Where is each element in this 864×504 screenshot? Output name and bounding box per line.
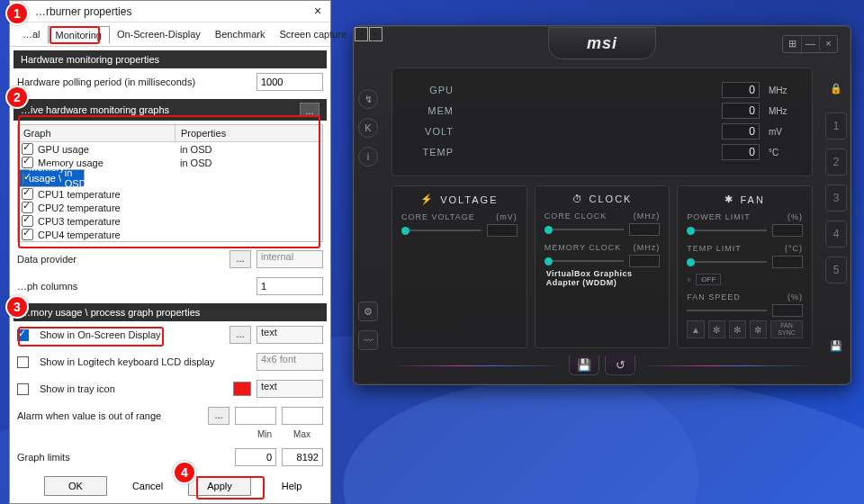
mem-clock-readout: 0 [722, 103, 760, 119]
core-voltage-value[interactable] [487, 224, 518, 237]
memory-clock-value[interactable] [629, 255, 660, 267]
profile-slot-5[interactable]: 5 [825, 256, 847, 284]
msi-afterburner-window[interactable]: msi ⊞ — × ↯ K i ⚙ 〰 GPU0MHz MEM0MHz VOLT… [353, 25, 851, 385]
show-in-tray-checkbox[interactable] [17, 383, 29, 395]
ok-button[interactable]: OK [44, 476, 107, 496]
core-voltage-slider[interactable] [401, 230, 482, 231]
graph-row[interactable]: CPU4 temperature [18, 228, 322, 241]
link-icon[interactable]: ⟐ [687, 275, 691, 284]
show-in-lcd-mode[interactable]: 4x6 font [256, 353, 323, 371]
active-graphs-more-button[interactable]: ... [300, 103, 320, 117]
profile-slot-2[interactable]: 2 [825, 148, 847, 176]
profile-slot-3[interactable]: 3 [825, 184, 847, 212]
settings-icon[interactable]: ⚙ [358, 302, 378, 321]
alarm-max-input[interactable] [282, 407, 323, 425]
memory-clock-slider[interactable] [544, 260, 625, 262]
graph-checkbox[interactable] [22, 173, 24, 184]
apply-button[interactable]: Apply [188, 476, 251, 496]
graph-columns-label: …ph columns [17, 281, 251, 292]
show-in-osd-label: Show in On-Screen Display [40, 329, 224, 340]
graphs-header: Graph Properties [18, 125, 322, 142]
show-in-tray-mode[interactable]: text [256, 380, 323, 398]
graph-checkbox[interactable] [22, 215, 33, 227]
graphs-list[interactable]: Graph Properties GPU usagein OSDMemory u… [17, 124, 323, 242]
tab-benchmark[interactable]: Benchmark [208, 26, 273, 42]
show-in-osd-checkbox[interactable] [17, 329, 29, 341]
tray-color-swatch[interactable] [233, 382, 251, 396]
reset-icon[interactable]: ↺ [605, 356, 635, 375]
msi-titlebar[interactable]: msi ⊞ — × [354, 26, 850, 62]
tab-general[interactable]: …al [15, 26, 48, 42]
info-icon[interactable]: i [358, 147, 378, 166]
show-in-osd-more-button[interactable]: ... [230, 326, 251, 344]
core-clock-slider[interactable] [544, 229, 625, 230]
tab-scroll-right-icon[interactable]: ▸ [369, 27, 382, 41]
graph-row[interactable]: Memory usage \ processin OSD [18, 169, 85, 187]
data-provider-more-button[interactable]: ... [230, 250, 251, 268]
lock-icon[interactable]: 🔒 [826, 78, 846, 98]
graph-checkbox[interactable] [22, 202, 33, 213]
tab-osd[interactable]: On-Screen-Display [110, 26, 208, 42]
gpu-name-label: VirtualBox Graphics Adapter (WDDM) [544, 269, 661, 287]
help-button[interactable]: Help [260, 476, 323, 496]
tab-screen-capture[interactable]: Screen capture [272, 26, 354, 42]
show-in-tray-label: Show in tray icon [40, 383, 228, 394]
alarm-label: Alarm when value is out of range [17, 410, 202, 421]
power-limit-slider[interactable] [687, 230, 767, 231]
fan-speed-value[interactable] [772, 304, 803, 317]
msi-compact-icon[interactable]: ⊞ [783, 36, 801, 52]
show-in-lcd-label: Show in Logitech keyboard LCD display [40, 356, 251, 367]
tab-bar: …al Monitoring On-Screen-Display Benchma… [10, 22, 330, 47]
data-provider-label: Data provider [17, 254, 224, 265]
graph-checkbox[interactable] [22, 188, 33, 200]
msi-right-sidebar: 🔒 1 2 3 4 5 💾 [822, 62, 850, 368]
profile-user-icon[interactable]: ▲ [687, 320, 704, 338]
data-provider-select[interactable]: internal [256, 250, 323, 268]
tab-scroll-left-icon[interactable]: ◂ [355, 27, 368, 41]
graph-row[interactable]: CPU1 temperature [18, 187, 322, 201]
fan-speed-slider[interactable] [687, 310, 767, 311]
core-clock-value[interactable] [629, 223, 660, 236]
graph-limit-lo[interactable] [235, 448, 276, 466]
msi-close-icon[interactable]: × [819, 36, 837, 52]
graph-row[interactable]: CPU2 temperature [18, 201, 322, 214]
callout-4: 4 [173, 461, 196, 484]
tab-monitoring[interactable]: Monitoring [48, 26, 110, 44]
profile-slot-4[interactable]: 4 [825, 220, 847, 248]
save-icon[interactable]: 💾 [569, 356, 599, 375]
dialog-button-bar: OK Cancel Apply Help [10, 471, 330, 503]
polling-period-input[interactable] [256, 73, 323, 91]
polling-period-label: Hardware polling period (in milliseconds… [17, 76, 251, 87]
show-in-osd-mode[interactable]: text [256, 326, 323, 344]
voltage-column: ⚡VOLTAGE CORE VOLTAGE(mV) [392, 185, 527, 348]
monitor-icon[interactable]: 〰 [358, 330, 378, 350]
graph-checkbox[interactable] [22, 143, 33, 155]
graph-limit-hi[interactable] [282, 448, 323, 466]
alarm-min-input[interactable] [235, 407, 276, 425]
alarm-more-button[interactable]: ... [208, 407, 230, 425]
msi-minimize-icon[interactable]: — [801, 36, 819, 52]
graph-row[interactable]: GPU usagein OSD [18, 142, 322, 156]
profile-sync3-icon[interactable]: ✼ [750, 320, 767, 338]
close-icon[interactable]: × [309, 3, 327, 21]
startup-icon[interactable]: ↯ [358, 89, 378, 109]
graph-columns-input[interactable] [256, 277, 323, 295]
dialog-titlebar[interactable]: …rburner properties × [10, 1, 330, 22]
show-in-lcd-checkbox[interactable] [17, 356, 29, 368]
temp-limit-slider[interactable] [687, 261, 767, 263]
save-profile-icon[interactable]: 💾 [826, 336, 846, 356]
profile-slot-1[interactable]: 1 [825, 112, 847, 140]
k-icon[interactable]: K [358, 118, 378, 138]
power-limit-value[interactable] [772, 224, 803, 237]
temp-limit-value[interactable] [772, 256, 803, 268]
fan-sync-button[interactable]: FAN SYNC [770, 320, 803, 338]
cancel-button[interactable]: Cancel [116, 476, 179, 496]
graph-checkbox[interactable] [22, 157, 33, 168]
graph-limits-label: Graph limits [17, 452, 230, 463]
fan-auto-toggle[interactable]: OFF [696, 274, 721, 285]
graph-row[interactable]: CPU3 temperature [18, 214, 322, 228]
profile-sync1-icon[interactable]: ✼ [708, 320, 725, 338]
profile-sync2-icon[interactable]: ✼ [729, 320, 746, 338]
graph-row[interactable]: CPU temperature [18, 241, 322, 242]
graph-checkbox[interactable] [22, 229, 33, 240]
